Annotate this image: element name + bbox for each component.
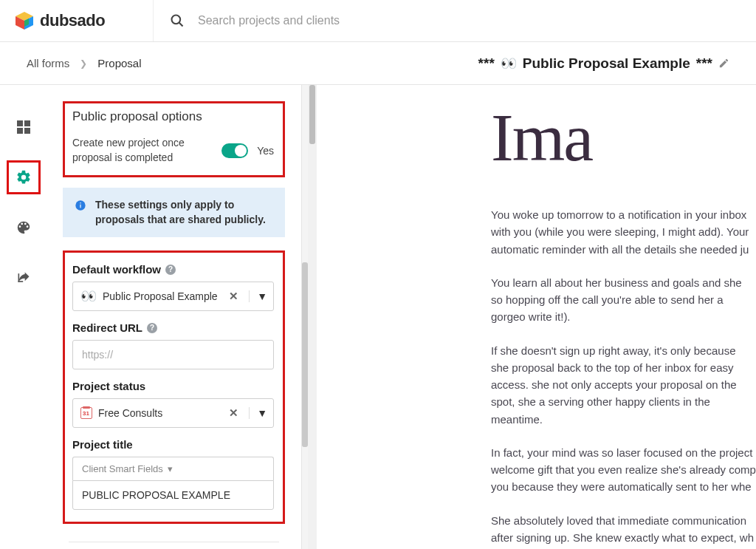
scrollbar-outer-thumb[interactable] xyxy=(309,85,315,144)
default-workflow-label: Default workflow ? xyxy=(72,263,274,276)
preview-paragraph: She absolutely loved that immediate comm… xyxy=(491,512,756,550)
logo-text: dubsado xyxy=(40,11,105,30)
logo-area: dubsado xyxy=(0,11,153,30)
section-title: Public proposal options xyxy=(72,109,274,124)
preview-paragraph: You woke up tomorrow to a notification i… xyxy=(491,206,756,258)
project-title-input[interactable] xyxy=(72,480,274,510)
svg-point-4 xyxy=(172,16,181,24)
eyes-icon: 👀 xyxy=(501,55,517,72)
svg-rect-11 xyxy=(18,281,23,282)
caret-down-icon[interactable]: ▼ xyxy=(249,290,267,302)
info-banner: These settings only apply to proposals t… xyxy=(63,188,285,237)
project-status-select[interactable]: Free Consults ✕ ▼ xyxy=(72,398,274,428)
info-icon xyxy=(75,200,86,211)
top-bar: dubsado xyxy=(0,0,756,42)
toggle-value: Yes xyxy=(257,145,274,157)
svg-rect-9 xyxy=(24,128,30,134)
icon-rail xyxy=(0,85,47,549)
svg-line-5 xyxy=(179,23,183,27)
caret-down-icon[interactable]: ▼ xyxy=(249,407,267,419)
search-input[interactable] xyxy=(198,14,419,27)
project-status-label: Project status xyxy=(72,380,274,392)
settings-icon[interactable] xyxy=(11,165,36,190)
title-text: Public Proposal Example xyxy=(523,55,690,72)
calendar-icon xyxy=(80,407,92,419)
logo-icon xyxy=(15,11,34,30)
create-project-toggle[interactable] xyxy=(221,143,248,158)
clear-status-icon[interactable]: ✕ xyxy=(224,406,243,420)
breadcrumb-bar: All forms ❯ Proposal *** 👀 Public Propos… xyxy=(0,42,756,85)
smart-fields-dropdown[interactable]: Client Smart Fields ▾ xyxy=(72,457,274,480)
svg-rect-6 xyxy=(17,120,23,126)
breadcrumb: All forms ❯ Proposal xyxy=(27,57,142,69)
help-icon[interactable]: ? xyxy=(147,323,157,333)
search-icon[interactable] xyxy=(170,13,185,28)
scrollbar-thumb[interactable] xyxy=(302,262,308,447)
title-suffix: *** xyxy=(696,55,712,72)
main-area: Public proposal options Create new proje… xyxy=(0,85,756,549)
preview-paragraph: In fact, your mind was so laser focused … xyxy=(491,444,756,496)
toggle-label: Create new project once proposal is comp… xyxy=(72,136,214,165)
page-title: *** 👀 Public Proposal Example*** xyxy=(478,55,729,72)
redirect-url-label: Redirect URL ? xyxy=(72,321,274,334)
breadcrumb-root[interactable]: All forms xyxy=(27,57,69,69)
share-icon[interactable] xyxy=(11,265,36,290)
caret-down-icon: ▾ xyxy=(168,463,173,474)
breadcrumb-current: Proposal xyxy=(97,57,141,69)
preview-paragraph: If she doesn't sign up right away, it's … xyxy=(491,342,756,428)
svg-rect-10 xyxy=(18,273,19,282)
proposal-fields-section: Default workflow ? 👀 Public Proposal Exa… xyxy=(63,250,285,524)
form-preview: Ima You woke up tomorrow to a notificati… xyxy=(317,85,756,549)
eyes-icon: 👀 xyxy=(80,288,97,304)
settings-panel-wrap: Public proposal options Create new proje… xyxy=(47,85,317,549)
project-title-label: Project title xyxy=(72,438,274,451)
redirect-url-input[interactable] xyxy=(72,340,274,369)
default-workflow-select[interactable]: 👀 Public Proposal Example ✕ ▼ xyxy=(72,282,274,311)
svg-rect-7 xyxy=(24,120,30,126)
settings-panel: Public proposal options Create new proje… xyxy=(47,85,302,549)
palette-icon[interactable] xyxy=(11,215,36,240)
chevron-right-icon: ❯ xyxy=(80,58,87,69)
workflow-value: Public Proposal Example xyxy=(103,290,219,302)
search-area xyxy=(153,0,756,41)
grid-icon[interactable] xyxy=(11,115,36,140)
project-status-value: Free Consults xyxy=(98,407,219,419)
svg-rect-8 xyxy=(17,128,23,134)
create-project-toggle-row: Create new project once proposal is comp… xyxy=(72,136,274,165)
title-prefix: *** xyxy=(478,55,495,72)
preview-heading: Ima xyxy=(491,98,756,177)
scrollbar[interactable] xyxy=(302,85,308,549)
edit-title-icon[interactable] xyxy=(718,58,729,69)
scrollbar-outer[interactable] xyxy=(308,85,317,549)
preview-paragraph: You learn all about her business and goa… xyxy=(491,274,756,326)
clear-workflow-icon[interactable]: ✕ xyxy=(224,290,243,303)
svg-rect-13 xyxy=(80,205,80,208)
help-icon[interactable]: ? xyxy=(165,265,176,275)
svg-rect-14 xyxy=(80,202,80,203)
divider xyxy=(69,542,279,542)
info-text: These settings only apply to proposals t… xyxy=(95,198,273,227)
public-proposal-options-section: Public proposal options Create new proje… xyxy=(63,101,285,177)
